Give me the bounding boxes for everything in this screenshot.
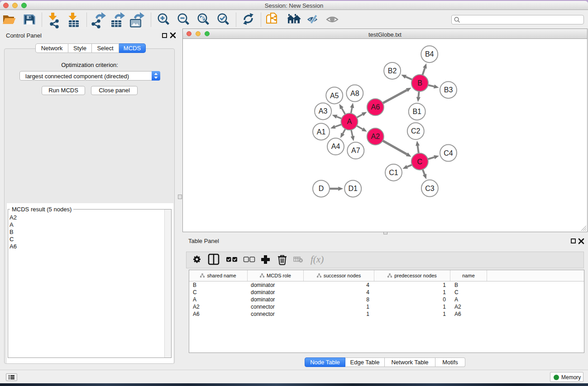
svg-text:B2: B2 (388, 67, 397, 75)
svg-text:A8: A8 (350, 90, 359, 97)
svg-text:C: C (417, 158, 423, 166)
svg-text:A4: A4 (331, 143, 340, 150)
svg-text:B4: B4 (425, 50, 434, 58)
svg-text:A7: A7 (351, 147, 360, 154)
svg-text:B1: B1 (412, 108, 421, 115)
svg-text:B3: B3 (444, 86, 453, 94)
svg-text:A: A (347, 118, 352, 125)
svg-text:D: D (319, 185, 324, 192)
svg-text:A1: A1 (317, 128, 326, 136)
svg-text:B: B (417, 79, 422, 87)
svg-text:C1: C1 (389, 169, 398, 176)
svg-text:C2: C2 (411, 127, 421, 135)
svg-text:A3: A3 (319, 107, 328, 115)
svg-text:A2: A2 (371, 133, 380, 140)
svg-text:A6: A6 (371, 103, 380, 111)
svg-text:D1: D1 (348, 185, 358, 192)
svg-text:A5: A5 (330, 92, 339, 100)
svg-text:f(x): f(x) (311, 254, 324, 265)
svg-text:C3: C3 (425, 185, 435, 192)
svg-text:C4: C4 (444, 149, 453, 157)
